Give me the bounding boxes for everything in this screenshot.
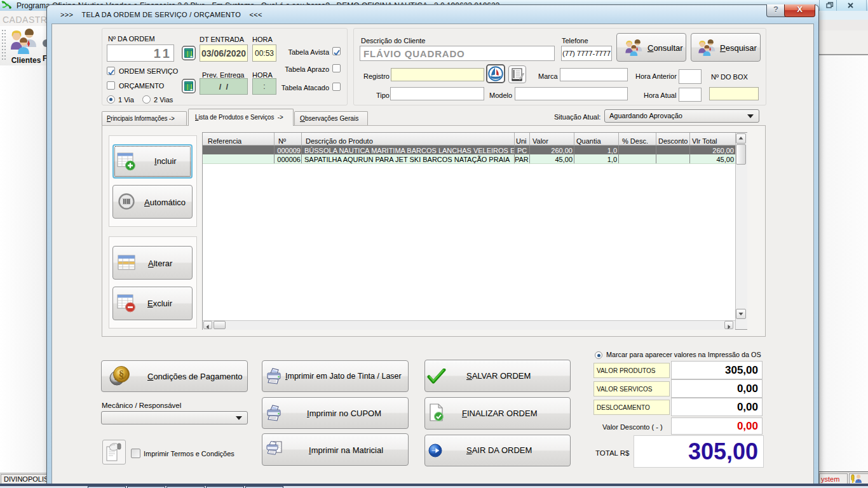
svg-text:§: § <box>119 369 125 381</box>
